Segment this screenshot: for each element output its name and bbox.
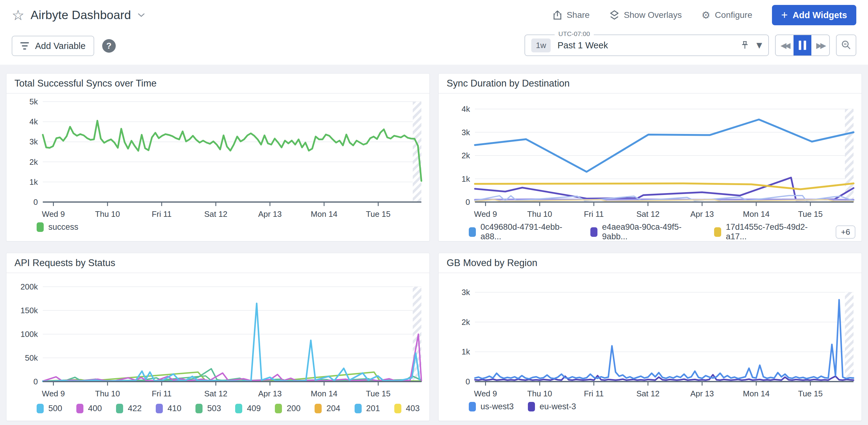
chart-legend: 500400422410503409200204201403+4 (6, 399, 429, 415)
chevron-down-icon[interactable] (137, 12, 145, 18)
show-overlays-button[interactable]: Show Overlays (610, 10, 682, 20)
widget-gb-moved[interactable]: GB Moved by Region 3k2k1k0Wed 9Thu 10Fri… (438, 253, 862, 421)
x-axis-tick-label: Thu 10 (95, 389, 120, 398)
y-axis-tick-label: 0 (466, 377, 470, 386)
legend-swatch (714, 227, 721, 237)
add-variable-label: Add Variable (35, 41, 86, 51)
y-axis-tick-label: 3k (462, 128, 470, 137)
legend-swatch (394, 404, 401, 413)
legend-swatch (469, 402, 476, 412)
legend-swatch (275, 404, 282, 413)
configure-button[interactable]: ⚙ Configure (702, 9, 752, 21)
share-label: Share (567, 10, 590, 20)
legend-item[interactable]: 200 (275, 404, 301, 413)
legend-item[interactable]: 201 (354, 404, 380, 413)
caret-down-icon[interactable]: ▼ (756, 41, 762, 50)
show-overlays-label: Show Overlays (624, 10, 682, 20)
x-axis-tick-label: Mon 14 (743, 389, 770, 398)
legend-item[interactable]: 500 (37, 404, 62, 413)
legend-item[interactable]: 403 (394, 404, 420, 413)
y-axis-tick-label: 0 (466, 198, 470, 207)
dashboard-grid: Total Successful Syncs over Time 5k4k3k2… (0, 65, 868, 425)
x-axis-tick-label: Apr 13 (258, 389, 282, 398)
legend-item[interactable]: 410 (156, 404, 181, 413)
legend-label: 201 (366, 404, 380, 413)
line-chart: 200k150k100k50k0Wed 9Thu 10Fri 11Sat 12A… (6, 273, 429, 399)
legend-item[interactable]: 409 (235, 404, 261, 413)
y-axis-tick-label: 1k (462, 347, 470, 356)
add-variable-button[interactable]: Add Variable (12, 36, 94, 56)
help-icon[interactable]: ? (102, 39, 116, 53)
legend-item[interactable]: eu-west-3 (528, 402, 576, 412)
header-actions: Share Show Overlays ⚙ Configure + Add Wi… (553, 5, 856, 25)
legend-label: 422 (128, 404, 142, 413)
legend-overflow-badge[interactable]: +6 (836, 225, 856, 239)
legend-item[interactable]: 0c49680d-4791-4ebb-a88... (469, 222, 576, 241)
widget-title: Sync Duration by Destination (439, 73, 862, 94)
dashboard-title-group: ☆ Airbyte Dashboard (12, 8, 145, 22)
series-line (475, 120, 854, 172)
legend-item[interactable]: 17d1455c-7ed5-49d2-a17... (714, 222, 822, 241)
x-axis-tick-label: Mon 14 (311, 389, 338, 398)
chart-legend: success (6, 219, 429, 232)
x-axis-tick-label: Tue 15 (366, 389, 391, 398)
legend-swatch (590, 227, 597, 237)
x-axis-tick-label: Sat 12 (205, 209, 227, 219)
favorite-star-icon[interactable]: ☆ (12, 8, 24, 22)
y-axis-tick-label: 1k (30, 177, 38, 187)
pin-icon[interactable] (741, 40, 749, 50)
widget-api-requests[interactable]: API Requests by Status 200k150k100k50k0W… (6, 253, 430, 421)
y-axis-tick-label: 2k (462, 151, 470, 160)
timezone-label: UTC-07:00 (555, 30, 594, 37)
x-axis-tick-label: Mon 14 (743, 209, 770, 219)
x-axis-tick-label: Fri 11 (584, 389, 604, 398)
y-axis-tick-label: 5k (30, 97, 38, 106)
zoom-out-button[interactable] (836, 34, 856, 56)
add-widgets-label: Add Widgets (793, 10, 847, 20)
widget-total-successful-syncs[interactable]: Total Successful Syncs over Time 5k4k3k2… (6, 73, 430, 241)
forward-button[interactable]: ▶▶ (811, 35, 829, 55)
plus-icon: + (781, 9, 788, 21)
y-axis-tick-label: 2k (30, 157, 38, 166)
time-range-picker[interactable]: UTC-07:00 1w Past 1 Week ▼ (525, 34, 769, 56)
legend-item[interactable]: 400 (76, 404, 102, 413)
future-hatch-band (413, 102, 422, 202)
legend-item[interactable]: us-west3 (469, 402, 514, 412)
legend-swatch (37, 404, 44, 413)
x-axis-tick-label: Tue 15 (798, 389, 823, 398)
legend-label: 403 (406, 404, 420, 413)
legend-label: 410 (167, 404, 181, 413)
share-button[interactable]: Share (553, 10, 590, 20)
x-axis-tick-label: Thu 10 (95, 209, 120, 219)
legend-label: 503 (207, 404, 221, 413)
legend-item[interactable]: 422 (116, 404, 142, 413)
x-axis-tick-label: Wed 9 (474, 209, 497, 219)
widget-title: Total Successful Syncs over Time (6, 73, 429, 94)
widget-title: API Requests by Status (6, 253, 429, 273)
backward-button[interactable]: ◀◀ (776, 35, 794, 55)
x-axis-tick-label: Tue 15 (366, 209, 391, 219)
x-axis-tick-label: Mon 14 (311, 209, 338, 219)
legend-label: eu-west-3 (539, 402, 576, 412)
legend-label: 400 (88, 404, 102, 413)
legend-item[interactable]: success (37, 222, 79, 232)
legend-swatch (37, 222, 44, 232)
layers-icon (610, 10, 619, 20)
time-shift-group: ◀◀ ▶▶ (775, 34, 830, 56)
legend-item[interactable]: 204 (315, 404, 340, 413)
line-chart: 5k4k3k2k1k0Wed 9Thu 10Fri 11Sat 12Apr 13… (6, 94, 429, 219)
x-axis-tick-label: Fri 11 (152, 389, 172, 398)
filter-icon (20, 42, 29, 50)
pause-button[interactable] (794, 35, 811, 55)
legend-item[interactable]: e4aea90a-90ca-49f5-9abb... (590, 222, 700, 241)
widget-sync-duration[interactable]: Sync Duration by Destination 4k3k2k1k0We… (438, 73, 862, 241)
legend-swatch (195, 404, 203, 413)
x-axis-tick-label: Wed 9 (42, 209, 65, 219)
add-widgets-button[interactable]: + Add Widgets (772, 5, 856, 25)
legend-label: 17d1455c-7ed5-49d2-a17... (726, 222, 822, 241)
x-axis-tick-label: Wed 9 (42, 389, 65, 398)
legend-swatch (528, 402, 535, 412)
legend-item[interactable]: 503 (195, 404, 221, 413)
pause-icon (799, 41, 806, 50)
y-axis-tick-label: 4k (30, 117, 38, 126)
